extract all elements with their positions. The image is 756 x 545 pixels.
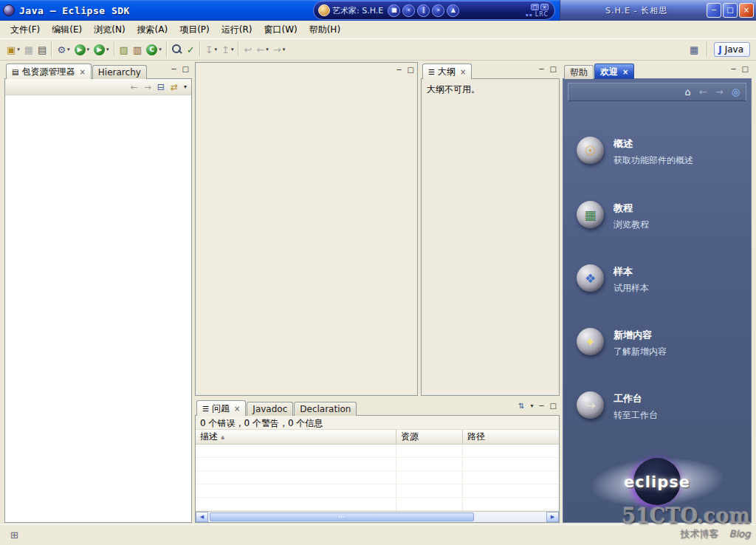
- new-package-button[interactable]: ▥: [131, 41, 144, 58]
- close-icon[interactable]: ×: [622, 68, 628, 76]
- chevron-down-icon[interactable]: ▾: [159, 47, 162, 52]
- overview-icon[interactable]: ☉: [577, 137, 604, 164]
- new-wizard-button[interactable]: ▣ ▾: [4, 41, 22, 58]
- tab-hierarchy[interactable]: Hierarchy: [92, 65, 147, 79]
- lrc-toggle[interactable]: LRC: [526, 11, 549, 18]
- save-button[interactable]: ▦: [22, 41, 35, 58]
- menu-item-file[interactable]: 文件(F): [4, 21, 46, 38]
- stop-button[interactable]: ■: [388, 4, 400, 17]
- close-button[interactable]: ×: [739, 3, 754, 18]
- workbench-icon[interactable]: ↪: [577, 391, 604, 419]
- player-maximize-button[interactable]: □: [531, 4, 539, 10]
- close-icon[interactable]: ×: [234, 405, 240, 413]
- minimize-icon[interactable]: ─: [540, 402, 544, 410]
- chevron-down-icon[interactable]: ▾: [266, 47, 269, 52]
- minimize-icon[interactable]: ─: [732, 66, 736, 73]
- chevron-down-icon[interactable]: ▾: [17, 47, 20, 52]
- whats-new-icon[interactable]: ✦: [577, 328, 604, 355]
- package-explorer-tree[interactable]: [5, 95, 191, 522]
- back-button[interactable]: ← ▾: [254, 41, 270, 58]
- link-with-editor-icon[interactable]: ⇄: [171, 83, 178, 92]
- maximize-icon[interactable]: □: [550, 402, 557, 410]
- tab-javadoc[interactable]: Javadoc: [247, 402, 293, 416]
- horizontal-scrollbar[interactable]: ◀ ▶: [196, 511, 559, 522]
- back-icon[interactable]: ←: [699, 87, 707, 97]
- welcome-item-title[interactable]: 概述: [614, 137, 693, 151]
- chevron-down-icon[interactable]: ▾: [67, 47, 70, 52]
- view-menu-icon[interactable]: ▾: [184, 84, 187, 90]
- back-icon[interactable]: ←: [131, 83, 138, 92]
- maximize-icon[interactable]: □: [550, 66, 557, 73]
- tab-outline[interactable]: ☰ 大纲 ×: [422, 64, 472, 79]
- forward-icon[interactable]: →: [715, 87, 724, 97]
- chevron-down-icon[interactable]: ▾: [87, 47, 90, 52]
- chevron-down-icon[interactable]: ▾: [106, 47, 109, 52]
- song-title-window[interactable]: S.H.E - 长相思 ─ □ ×: [560, 0, 756, 21]
- filter-icon[interactable]: ⇅: [518, 402, 524, 410]
- previous-annotation-button[interactable]: ↥ ▾: [219, 41, 236, 58]
- welcome-item-whats-new[interactable]: ✦ 新增内容 了解新增内容: [577, 328, 745, 358]
- home-icon[interactable]: ⌂: [685, 87, 691, 97]
- new-class-button[interactable]: C ▾: [144, 41, 164, 58]
- run-button[interactable]: ▶ ▾: [72, 41, 92, 58]
- tab-package-explorer[interactable]: ▤ 包资源管理器 ×: [6, 64, 92, 79]
- previous-track-button[interactable]: «: [402, 4, 415, 17]
- menu-item-edit[interactable]: 编辑(E): [46, 21, 88, 38]
- menu-item-navigate[interactable]: 浏览(N): [88, 21, 131, 38]
- welcome-item-workbench[interactable]: ↪ 工作台 转至工作台: [577, 391, 745, 422]
- welcome-item-overview[interactable]: ☉ 概述 获取功能部件的概述: [577, 137, 745, 167]
- minimize-icon[interactable]: ─: [540, 66, 544, 73]
- editor-area[interactable]: ─ □: [195, 62, 418, 396]
- close-icon[interactable]: ×: [460, 68, 466, 76]
- close-icon[interactable]: ×: [79, 68, 85, 76]
- samples-icon[interactable]: ❖: [577, 264, 604, 292]
- titlebar[interactable]: Java — Eclipse SDK 艺术家: S.H.E ■ « ‖ » ▲ …: [0, 0, 756, 21]
- next-annotation-button[interactable]: ↧ ▾: [203, 41, 219, 58]
- new-java-project-button[interactable]: ▨: [117, 41, 131, 58]
- menu-item-window[interactable]: 窗口(W): [258, 21, 303, 38]
- menu-item-search[interactable]: 搜索(A): [131, 21, 174, 38]
- chevron-down-icon[interactable]: ▾: [231, 47, 234, 52]
- maximize-icon[interactable]: □: [408, 66, 414, 74]
- welcome-item-tutorials[interactable]: ▦ 教程 浏览教程: [577, 201, 745, 231]
- java-perspective-button[interactable]: J Java: [714, 42, 750, 57]
- scroll-right-button[interactable]: ▶: [546, 512, 559, 522]
- print-button[interactable]: ▤: [35, 41, 49, 58]
- scrollbar-track[interactable]: [208, 512, 546, 522]
- menu-item-run[interactable]: 运行(R): [216, 21, 258, 38]
- last-edit-location-button[interactable]: ↩: [241, 41, 254, 58]
- next-track-button[interactable]: »: [432, 4, 444, 17]
- open-perspective-button[interactable]: ▦: [687, 41, 701, 58]
- player-close-button[interactable]: ×: [540, 4, 549, 10]
- fast-view-icon[interactable]: ⊞: [10, 529, 18, 541]
- tab-welcome[interactable]: 欢迎 ×: [594, 64, 634, 79]
- eject-button[interactable]: ▲: [447, 4, 459, 17]
- menu-item-project[interactable]: 项目(P): [173, 21, 216, 38]
- tab-declaration[interactable]: Declaration: [294, 402, 357, 416]
- tab-problems[interactable]: ☰ 问题 ×: [196, 400, 246, 416]
- search-button[interactable]: [170, 41, 185, 58]
- pause-button[interactable]: ‖: [417, 4, 430, 17]
- welcome-item-title[interactable]: 工作台: [614, 392, 658, 405]
- collapse-all-icon[interactable]: ⊟: [157, 83, 165, 92]
- navigation-menu-icon[interactable]: ◎: [732, 87, 740, 97]
- column-header-description[interactable]: 描述 ▲: [196, 430, 396, 444]
- tutorials-icon[interactable]: ▦: [577, 201, 604, 228]
- forward-button[interactable]: → ▾: [271, 41, 287, 58]
- welcome-item-samples[interactable]: ❖ 样本 试用样本: [577, 264, 745, 295]
- chevron-down-icon[interactable]: ▾: [283, 47, 286, 52]
- minimize-button[interactable]: ─: [707, 3, 721, 18]
- welcome-item-title[interactable]: 样本: [614, 265, 649, 278]
- column-header-resource[interactable]: 资源: [396, 430, 463, 444]
- scroll-left-button[interactable]: ◀: [196, 512, 208, 522]
- maximize-icon[interactable]: □: [742, 66, 749, 73]
- chevron-down-icon[interactable]: ▾: [215, 47, 218, 52]
- welcome-item-title[interactable]: 新增内容: [614, 329, 667, 342]
- forward-icon[interactable]: →: [144, 83, 151, 92]
- minimize-icon[interactable]: ─: [172, 66, 176, 73]
- view-menu-icon[interactable]: ▾: [531, 403, 534, 409]
- maximize-button[interactable]: □: [723, 3, 738, 18]
- external-tools-button[interactable]: ▶ ▾: [92, 41, 111, 58]
- column-header-path[interactable]: 路径: [463, 430, 559, 444]
- problems-table[interactable]: [196, 445, 559, 511]
